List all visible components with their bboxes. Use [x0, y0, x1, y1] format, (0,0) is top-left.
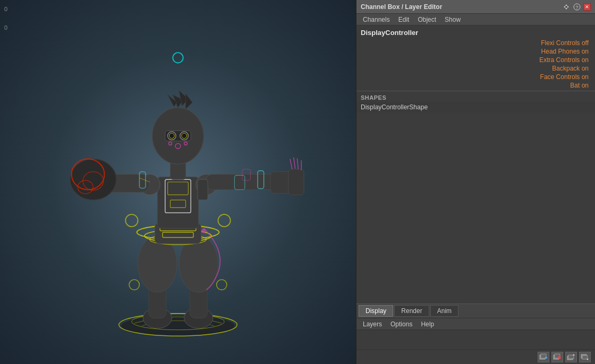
channel-box-menubar: Channels Edit Object Show: [356, 14, 595, 25]
channel-flexi-label: Flexi Controls off: [541, 39, 591, 47]
new-layer-button[interactable]: [538, 352, 549, 362]
3d-viewport[interactable]: 0 0: [0, 0, 356, 364]
layer-area: [356, 330, 595, 349]
channel-backpack-label: Backpack on: [552, 65, 591, 72]
tab-render[interactable]: Render: [394, 305, 429, 317]
menu-channels[interactable]: Channels: [359, 15, 394, 24]
tab-display[interactable]: Display: [359, 305, 393, 317]
character-area: [0, 0, 356, 364]
svg-rect-58: [198, 179, 208, 200]
svg-rect-73: [568, 355, 574, 359]
titlebar: Channel Box / Layer Editor ? ✕: [356, 0, 595, 14]
channel-content: DisplayController Flexi Controls off Hea…: [356, 25, 595, 304]
layer-menubar: Layers Options Help: [356, 318, 595, 330]
svg-point-57: [202, 229, 206, 233]
svg-point-25: [70, 159, 116, 200]
divider-shapes: [356, 91, 595, 91]
layer-toolbar: [356, 349, 595, 364]
svg-point-55: [129, 280, 139, 290]
svg-point-45: [168, 132, 176, 140]
channel-row-flexi[interactable]: Flexi Controls off: [356, 39, 595, 47]
delete-layer-button[interactable]: [551, 352, 563, 362]
svg-point-54: [218, 214, 230, 227]
menu-show[interactable]: Show: [440, 15, 465, 24]
channel-row-facecontrols[interactable]: Face Controls on: [356, 73, 595, 81]
svg-rect-31: [288, 169, 304, 195]
svg-point-53: [125, 214, 138, 227]
titlebar-icons: ? ✕: [562, 3, 591, 11]
channel-row-extracontrols[interactable]: Extra Controls on: [356, 56, 595, 64]
svg-rect-76: [582, 356, 588, 359]
menu-options[interactable]: Options: [386, 319, 416, 329]
svg-point-49: [173, 53, 183, 63]
bottom-section: Display Render Anim Layers Options Help: [356, 304, 595, 364]
character-svg: [50, 23, 305, 341]
channel-box-panel: Channel Box / Layer Editor ? ✕ Channe: [356, 0, 595, 364]
close-button[interactable]: ✕: [583, 3, 591, 11]
svg-rect-29: [206, 174, 280, 189]
channel-facecontrols-label: Face Controls on: [540, 73, 591, 81]
svg-line-33: [294, 158, 295, 169]
bottom-tabs-row: Display Render Anim: [356, 304, 595, 318]
menu-help[interactable]: Help: [416, 319, 438, 329]
svg-point-56: [217, 280, 227, 290]
move-icon[interactable]: [562, 3, 571, 11]
svg-line-32: [290, 159, 292, 169]
channel-row-backpack[interactable]: Backpack on: [356, 64, 595, 73]
menu-object[interactable]: Object: [413, 15, 440, 24]
svg-point-46: [180, 132, 188, 140]
panel-title: Channel Box / Layer Editor: [361, 3, 442, 11]
channel-extracontrols-label: Extra Controls on: [539, 56, 591, 64]
channel-headphones-label: Head Phones on: [541, 48, 591, 55]
object-name: DisplayController: [356, 25, 595, 39]
channel-row-bat[interactable]: Bat on: [356, 81, 595, 90]
channel-row-headphones[interactable]: Head Phones on: [356, 47, 595, 56]
move-layer-down-button[interactable]: [579, 352, 591, 362]
channel-bat-label: Bat on: [570, 82, 591, 89]
svg-marker-42: [186, 94, 193, 109]
shape-name: DisplayControllerShape: [356, 102, 595, 112]
help-icon[interactable]: ?: [573, 3, 581, 11]
menu-edit[interactable]: Edit: [394, 15, 414, 24]
menu-layers[interactable]: Layers: [359, 319, 386, 329]
svg-line-34: [298, 158, 299, 169]
svg-rect-18: [157, 177, 198, 228]
svg-text:?: ?: [575, 5, 578, 10]
tab-anim[interactable]: Anim: [430, 305, 458, 317]
shapes-header: SHAPES: [356, 92, 595, 102]
move-layer-up-button[interactable]: [565, 352, 577, 362]
